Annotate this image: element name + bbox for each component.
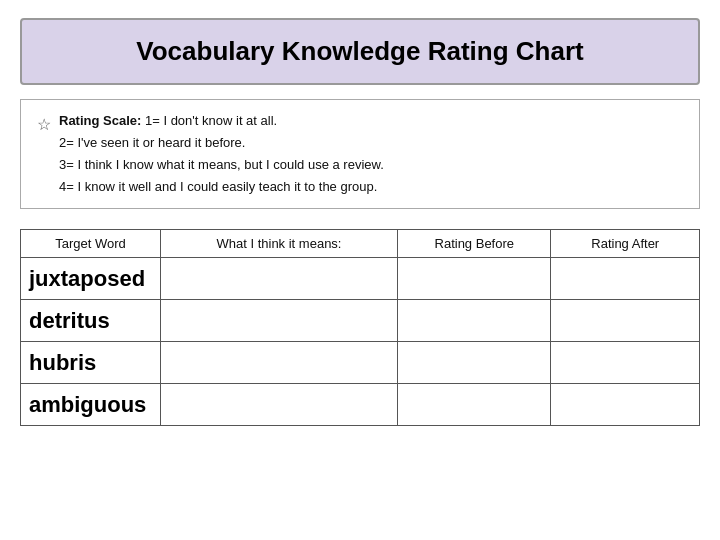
header-rating-after: Rating After <box>551 230 700 258</box>
scale-line-3: 3= I think I know what it means, but I c… <box>59 154 384 176</box>
table-row: hubris <box>21 342 700 384</box>
before-ambiguous[interactable] <box>398 384 551 426</box>
chart-title-box: Vocabulary Knowledge Rating Chart <box>20 18 700 85</box>
header-what-think: What I think it means: <box>160 230 397 258</box>
think-hubris[interactable] <box>160 342 397 384</box>
table-row: ambiguous <box>21 384 700 426</box>
scale-line-2: 2= I've seen it or heard it before. <box>59 132 384 154</box>
vocab-table: Target Word What I think it means: Ratin… <box>20 229 700 426</box>
table-row: juxtaposed <box>21 258 700 300</box>
table-row: detritus <box>21 300 700 342</box>
header-rating-before: Rating Before <box>398 230 551 258</box>
after-detritus[interactable] <box>551 300 700 342</box>
think-juxtaposed[interactable] <box>160 258 397 300</box>
word-detritus: detritus <box>21 300 161 342</box>
chart-title: Vocabulary Knowledge Rating Chart <box>32 36 688 67</box>
scale-line-header: Rating Scale: 1= I don't know it at all. <box>59 110 384 132</box>
before-juxtaposed[interactable] <box>398 258 551 300</box>
after-ambiguous[interactable] <box>551 384 700 426</box>
think-detritus[interactable] <box>160 300 397 342</box>
header-target-word: Target Word <box>21 230 161 258</box>
before-hubris[interactable] <box>398 342 551 384</box>
after-juxtaposed[interactable] <box>551 258 700 300</box>
star-icon: ☆ <box>37 111 51 138</box>
word-ambiguous: ambiguous <box>21 384 161 426</box>
scale-lines: Rating Scale: 1= I don't know it at all.… <box>59 110 384 198</box>
think-ambiguous[interactable] <box>160 384 397 426</box>
table-header-row: Target Word What I think it means: Ratin… <box>21 230 700 258</box>
before-detritus[interactable] <box>398 300 551 342</box>
after-hubris[interactable] <box>551 342 700 384</box>
rating-scale-box: ☆ Rating Scale: 1= I don't know it at al… <box>20 99 700 209</box>
word-juxtaposed: juxtaposed <box>21 258 161 300</box>
scale-line-4: 4= I know it well and I could easily tea… <box>59 176 384 198</box>
word-hubris: hubris <box>21 342 161 384</box>
